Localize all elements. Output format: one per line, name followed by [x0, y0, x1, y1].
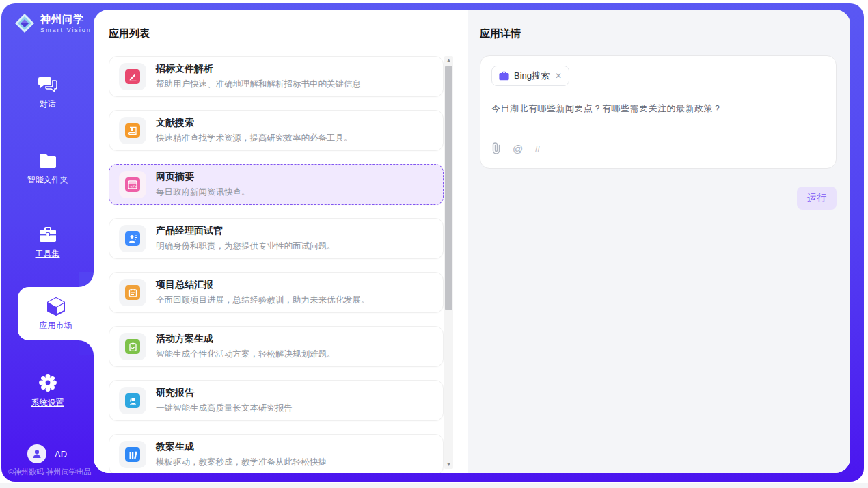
folder-icon — [38, 152, 58, 170]
app-window: 神州问学 Smart Vision 对话 智能文件夹 — [1, 3, 864, 482]
sidebar-item-settings[interactable]: 系统设置 — [1, 372, 94, 409]
app-description: 模板驱动，教案秒成，教学准备从此轻松快捷 — [156, 457, 327, 468]
tool-chip-bing-search[interactable]: Bing搜索 ✕ — [491, 66, 569, 86]
app-description: 快速精准查找学术资源，提高研究效率的必备工具。 — [156, 133, 353, 144]
app-name: 文献搜索 — [156, 117, 353, 129]
scroll-down-icon[interactable]: ▼ — [444, 461, 453, 469]
cube-icon — [46, 296, 66, 316]
list-item[interactable]: </> 网页摘要 每日政府新闻资讯快查。 — [109, 164, 444, 205]
input-toolbar: @ # — [491, 142, 825, 154]
app-name: 项目总结汇报 — [156, 279, 370, 291]
report-icon — [119, 279, 146, 306]
toolbox-icon — [38, 226, 58, 244]
hash-icon[interactable]: # — [534, 143, 540, 154]
sidebar-item-label: 系统设置 — [31, 397, 64, 409]
svg-text:</>: </> — [130, 183, 137, 188]
run-button-row: 运行 — [480, 187, 837, 210]
query-input-value[interactable]: 今日湖北有哪些新闻要点？有哪些需要关注的最新政策？ — [491, 103, 825, 115]
app-description: 帮助用户快速、准确地理解和解析招标书中的关键信息 — [156, 79, 361, 90]
list-scrollbar[interactable]: ▲ ▼ — [444, 56, 453, 469]
sidebar-item-toolset[interactable]: 工具集 — [1, 226, 94, 260]
app-name: 网页摘要 — [156, 171, 250, 183]
sidebar-item-label: 应用市场 — [40, 320, 72, 331]
briefcase-icon — [499, 71, 509, 81]
sidebar-item-label: 智能文件夹 — [27, 174, 68, 186]
list-item[interactable]: 项目总结汇报 全面回顾项目进展，总结经验教训，助力未来优化发展。 — [109, 272, 444, 313]
query-input-card[interactable]: Bing搜索 ✕ 今日湖北有哪些新闻要点？有哪些需要关注的最新政策？ @ # — [480, 55, 837, 169]
app-name: 招标文件解析 — [156, 63, 361, 75]
app-detail-title: 应用详情 — [480, 27, 837, 40]
user-avatar-icon — [31, 448, 42, 459]
browser-code-icon: </> — [119, 171, 146, 198]
close-icon[interactable]: ✕ — [555, 71, 562, 81]
brand-name: 神州问学 — [40, 13, 92, 26]
app-description: 智能生成个性化活动方案，轻松解决规划难题。 — [156, 349, 336, 360]
app-description: 明确身份和职责，为您提供专业性的面试问题。 — [156, 241, 336, 252]
app-detail-panel: 应用详情 Bing搜索 ✕ 今日湖北有哪些新闻要点？有哪些需要关注的最新政策？ … — [468, 10, 850, 473]
brand-tagline: Smart Vision — [40, 27, 92, 33]
pen-icon — [119, 63, 146, 90]
list-item[interactable]: 产品经理面试官 明确身份和职责，为您提供专业性的面试问题。 — [109, 218, 444, 259]
list-item[interactable]: 教案生成 模板驱动，教案秒成，教学准备从此轻松快捷 — [109, 434, 444, 473]
app-name: 产品经理面试官 — [156, 225, 336, 237]
scrollbar-thumb[interactable] — [445, 66, 452, 310]
app-description: 一键智能生成高质量长文本研究报告 — [156, 403, 293, 414]
tab-curve-bottom — [79, 340, 94, 355]
user-name: AD — [55, 449, 67, 459]
research-icon — [119, 387, 146, 414]
app-name: 研究报告 — [156, 387, 293, 399]
list-item[interactable]: 活动方案生成 智能生成个性化活动方案，轻松解决规划难题。 — [109, 326, 444, 367]
tool-chip-label: Bing搜索 — [514, 70, 550, 82]
user-account[interactable]: AD — [27, 444, 67, 463]
sidebar-item-label: 对话 — [40, 98, 56, 110]
scroll-up-icon[interactable]: ▲ — [444, 56, 453, 64]
gear-icon — [38, 372, 58, 393]
attachment-icon[interactable] — [491, 142, 501, 154]
app-description: 全面回顾项目进展，总结经验教训，助力未来优化发展。 — [156, 295, 370, 306]
list-item[interactable]: 文献搜索 快速精准查找学术资源，提高研究效率的必备工具。 — [109, 110, 444, 151]
clipboard-check-icon — [119, 333, 146, 360]
content-panel: 应用列表 招标文件解析 帮助用户快速、准确地理解和解析招标书中的关键信息 文献搜… — [94, 10, 850, 473]
brand-logo: 神州问学 Smart Vision — [14, 12, 92, 34]
app-name: 教案生成 — [156, 441, 327, 453]
list-item[interactable]: 招标文件解析 帮助用户快速、准确地理解和解析招标书中的关键信息 — [109, 56, 444, 97]
sidebar-item-label: 工具集 — [36, 248, 60, 260]
app-description: 每日政府新闻资讯快查。 — [156, 187, 250, 198]
app-card-list: 招标文件解析 帮助用户快速、准确地理解和解析招标书中的关键信息 文献搜索 快速精… — [109, 56, 444, 473]
interviewer-icon — [119, 225, 146, 252]
tab-curve-top — [79, 272, 94, 287]
books-icon — [119, 441, 146, 468]
mention-icon[interactable]: @ — [513, 143, 523, 154]
brand-diamond-icon — [14, 12, 36, 34]
copyright-text: ©神州数码·神州问学出品 — [8, 467, 100, 477]
app-name: 活动方案生成 — [156, 333, 336, 345]
avatar — [27, 444, 46, 463]
app-list-panel: 应用列表 招标文件解析 帮助用户快速、准确地理解和解析招标书中的关键信息 文献搜… — [94, 10, 468, 473]
run-button[interactable]: 运行 — [797, 187, 837, 210]
window-bottom-edge — [0, 483, 868, 488]
sidebar-item-app-market[interactable]: 应用市场 — [18, 287, 94, 340]
app-list-title: 应用列表 — [109, 27, 150, 40]
book-icon — [119, 117, 146, 144]
sidebar-item-smart-folder[interactable]: 智能文件夹 — [1, 152, 94, 186]
sidebar: 神州问学 Smart Vision 对话 智能文件夹 — [1, 3, 94, 482]
list-item[interactable]: 研究报告 一键智能生成高质量长文本研究报告 — [109, 380, 444, 421]
chat-icon — [38, 75, 58, 94]
sidebar-item-chat[interactable]: 对话 — [1, 75, 94, 110]
